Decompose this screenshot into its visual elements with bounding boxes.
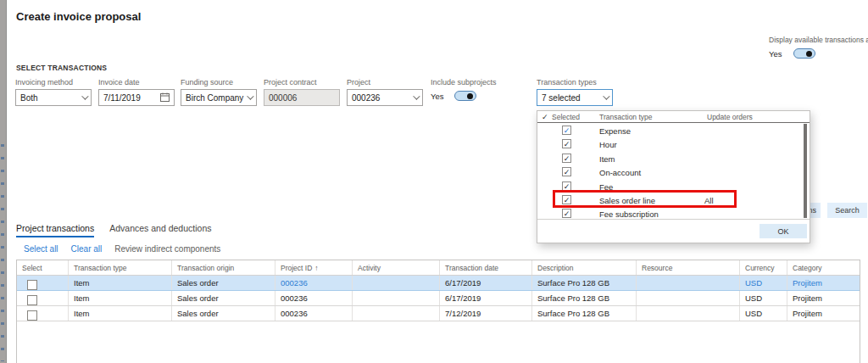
cell-transaction-date: 7/12/2019 [440,306,532,321]
funding-source-combobox[interactable]: Birch Company [181,89,257,106]
dropdown-row-on-account[interactable]: ✓On-account [537,165,803,179]
invoice-date-value: 7/11/2019 [103,93,141,103]
project-transactions-grid: SelectTransaction typeTransaction origin… [16,260,860,363]
grid-empty-area [17,321,860,363]
calendar-icon[interactable] [160,92,170,103]
row-checkbox-unchecked[interactable] [27,280,37,290]
invoice-date-input[interactable]: 7/11/2019 [98,89,175,106]
display-available-transactions-toggle[interactable] [793,48,815,59]
column-header-label: Project ID [281,264,312,272]
column-header-label: Transaction origin [177,264,234,272]
select-cell [17,291,69,305]
dropdown-scrollbar-thumb[interactable] [804,124,807,218]
column-header-label: Transaction date [445,264,498,272]
project-value: 000236 [352,93,380,103]
include-subprojects-field: Include subprojects Yes [431,78,490,101]
dropdown-header-selected: Selected [552,113,580,121]
dropdown-row-item[interactable]: ✓Item [537,152,803,165]
cell-resource [637,306,740,321]
transaction-types-dropdown-panel: ✓ Selected Transaction type Update order… [537,110,810,243]
column-header-transaction-type[interactable]: Transaction type [69,260,172,275]
cell-currency: USD [740,306,787,321]
toggle-knob [806,51,812,57]
tab-advances-and-deductions[interactable]: Advances and deductions [109,223,211,237]
cell-resource [637,291,740,305]
dropdown-header-row: ✓ Selected Transaction type Update order… [537,111,810,123]
cell-project-id[interactable]: 000236 [275,276,353,290]
column-header-label: Select [22,264,42,272]
invoicing-method-label: Invoicing method [15,78,92,87]
chevron-down-icon [81,92,88,99]
cell-currency[interactable]: USD [740,276,787,290]
invoicing-method-value: Both [20,93,38,103]
cell-category: Projitem [787,291,860,305]
checkbox-checked-icon[interactable]: ✓ [562,167,571,176]
dropdown-row-sales-order-line[interactable]: ✓Sales order lineAll [537,193,803,207]
column-header-resource[interactable]: Resource [637,260,740,275]
project-contract-field: Project contract 000006 [264,78,340,106]
project-contract-label: Project contract [264,78,340,87]
dropdown-row-hour[interactable]: ✓Hour [537,137,803,151]
dropdown-row-label: Hour [599,140,617,149]
display-available-transactions-field: Display available transactions automa...… [769,36,867,59]
cell-description: Surface Pro 128 GB [532,276,637,290]
cell-resource [637,276,740,290]
cell-transaction-type: Item [69,276,172,290]
column-header-select[interactable]: Select [17,260,69,275]
select-all-link[interactable]: Select all [24,244,58,254]
review-indirect-components-link[interactable]: Review indirect components [114,244,220,254]
column-header-description[interactable]: Description [532,260,637,275]
sort-ascending-icon: ↑ [314,264,318,272]
checkbox-checked-icon[interactable]: ✓ [562,154,571,163]
transaction-types-value: 7 selected [542,93,581,103]
tab-bar: Project transactionsAdvances and deducti… [16,223,211,237]
transaction-types-label: Transaction types [537,78,613,87]
cell-transaction-type: Item [69,306,172,321]
checkbox-checked-icon[interactable]: ✓ [562,126,571,135]
page-title: Create invoice proposal [16,10,141,23]
cell-description: Surface Pro 128 GB [532,291,637,305]
column-header-currency[interactable]: Currency [740,260,787,275]
funding-source-field: Funding source Birch Company [181,78,257,106]
invoicing-method-combobox[interactable]: Both [15,89,92,106]
tab-project-transactions[interactable]: Project transactions [16,223,94,237]
clear-all-link[interactable]: Clear all [71,244,103,254]
select-cell [17,276,69,290]
dropdown-row-fee[interactable]: ✓Fee [537,180,803,193]
ok-button[interactable]: OK [760,224,807,238]
column-header-label: Currency [745,264,774,272]
cell-project-id: 000236 [275,306,353,321]
display-available-transactions-value: Yes [769,49,782,59]
cell-category: Projitem [787,306,860,321]
checkbox-checked-icon[interactable]: ✓ [562,139,571,148]
checkbox-checked-icon[interactable]: ✓ [562,209,571,218]
column-header-project-id[interactable]: Project ID↑ [275,260,353,275]
select-transactions-section-header: SELECT TRANSACTIONS [16,64,107,72]
include-subprojects-toggle[interactable] [454,91,476,101]
row-checkbox-unchecked[interactable] [27,310,37,321]
column-header-label: Transaction type [74,264,127,272]
row-checkbox-unchecked[interactable] [27,295,37,305]
chevron-down-icon [603,92,609,99]
table-row[interactable]: ItemSales order0002367/12/2019Surface Pr… [17,306,860,321]
checkbox-checked-icon[interactable]: ✓ [562,195,571,204]
check-icon: ✓ [542,113,548,121]
search-button[interactable]: Search [827,203,867,218]
column-header-transaction-date[interactable]: Transaction date [440,260,532,275]
project-combobox[interactable]: 000236 [347,89,423,106]
table-row[interactable]: ItemSales order0002366/17/2019Surface Pr… [17,291,860,306]
dropdown-header-transaction-type: Transaction type [599,113,653,121]
include-subprojects-label: Include subprojects [431,78,490,87]
cell-project-id: 000236 [275,291,353,305]
cell-transaction-origin: Sales order [172,276,275,290]
table-row[interactable]: ItemSales order0002366/17/2019Surface Pr… [17,276,860,291]
dropdown-row-expense[interactable]: ✓Expense [537,124,803,137]
column-header-activity[interactable]: Activity [353,260,440,275]
cell-category[interactable]: Projitem [787,276,860,290]
project-label: Project [347,78,423,87]
column-header-transaction-origin[interactable]: Transaction origin [172,260,275,275]
column-header-category[interactable]: Category [787,260,860,275]
transaction-types-combobox[interactable]: 7 selected [537,89,613,106]
dropdown-header-update-orders: Update orders [707,113,753,121]
checkbox-checked-icon[interactable]: ✓ [562,182,571,191]
